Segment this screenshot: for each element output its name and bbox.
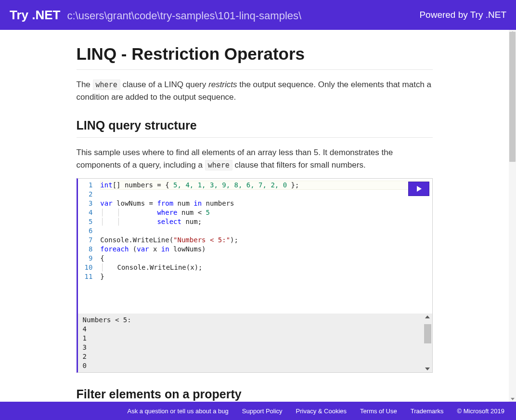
line-number: 6 xyxy=(85,226,93,236)
line-number: 5 xyxy=(85,217,93,226)
text: The xyxy=(77,80,93,89)
txt: [] numbers = { xyxy=(113,181,173,189)
txt: ); xyxy=(230,236,238,244)
txt: x xyxy=(149,245,161,253)
footer-copyright: © Microsoft 2019 xyxy=(457,407,504,415)
scroll-down-icon[interactable] xyxy=(511,398,515,400)
inline-code-where: where xyxy=(93,79,120,90)
page-title: LINQ - Restriction Operators xyxy=(77,44,433,70)
main-scrollbar[interactable] xyxy=(509,30,516,402)
inline-code-where2: where xyxy=(205,160,232,171)
line-number: 9 xyxy=(85,254,93,263)
str: "Numbers < 5:" xyxy=(173,236,230,244)
line-number: 7 xyxy=(85,236,93,245)
num: 5 xyxy=(206,209,210,216)
line-number: 1 xyxy=(85,181,93,190)
output-text: Numbers < 5: 4 1 3 2 0 xyxy=(83,315,427,370)
line-number: 3 xyxy=(85,199,93,208)
txt: } xyxy=(100,273,104,280)
indent: │ │ xyxy=(100,209,132,216)
txt: lowNums) xyxy=(169,245,206,253)
footer-link-terms[interactable]: Terms of Use xyxy=(360,407,397,415)
section-paragraph: This sample uses where to find all eleme… xyxy=(77,146,433,172)
line-number: 2 xyxy=(85,190,93,199)
txt: num xyxy=(173,199,194,207)
scroll-up-icon[interactable] xyxy=(425,315,430,318)
txt: lowNums = xyxy=(113,199,157,207)
txt: }; xyxy=(287,181,299,189)
txt: Console.WriteLine( xyxy=(100,236,173,244)
txt: numbers xyxy=(202,199,234,207)
footer: Ask a question or tell us about a bug Su… xyxy=(0,402,516,420)
code-editor: 1 2 3 4 5 6 7 8 9 10 11 int[] numbers = … xyxy=(77,178,433,373)
footer-link-trademarks[interactable]: Trademarks xyxy=(411,407,444,415)
txt: Console.WriteLine(x); xyxy=(101,263,203,271)
content: LINQ - Restriction Operators The where c… xyxy=(77,44,433,401)
line-number: 8 xyxy=(85,245,93,254)
line-number: 11 xyxy=(85,272,93,281)
powered-by: Powered by Try .NET xyxy=(419,10,506,20)
text: clause that filters for small numbers. xyxy=(232,160,366,170)
scroll-thumb[interactable] xyxy=(424,324,431,343)
intro-paragraph: The where clause of a LINQ query restric… xyxy=(77,79,433,104)
output-scrollbar[interactable] xyxy=(424,315,431,371)
header-left: Try .NET c:\users\grant\code\try-samples… xyxy=(10,8,301,23)
kw: foreach xyxy=(100,245,129,253)
text: clause of a LINQ query xyxy=(120,80,208,89)
txt: ( xyxy=(129,245,137,253)
kw: where xyxy=(157,209,177,216)
kw: int xyxy=(100,181,112,189)
indent: │ │ xyxy=(100,218,132,225)
kw: var xyxy=(137,245,149,253)
section-title-filter: Filter elements on a property xyxy=(77,387,433,401)
line-gutter: 1 2 3 4 5 6 7 8 9 10 11 xyxy=(78,179,97,314)
kw: var xyxy=(100,199,112,207)
scroll-down-icon[interactable] xyxy=(425,368,430,370)
scroll-thumb[interactable] xyxy=(509,32,516,162)
svg-marker-0 xyxy=(417,186,422,192)
section-title-structure: LINQ query structure xyxy=(77,118,433,138)
line-number: 10 xyxy=(85,263,93,272)
em-restricts: restricts xyxy=(208,80,237,89)
code-area[interactable]: int[] numbers = { 5, 4, 1, 3, 9, 8, 6, 7… xyxy=(96,179,432,314)
kw: from xyxy=(157,199,173,207)
txt: num < xyxy=(178,209,206,216)
footer-link-privacy[interactable]: Privacy & Cookies xyxy=(296,407,347,415)
content-scroll[interactable]: LINQ - Restriction Operators The where c… xyxy=(0,30,509,402)
workspace-path: c:\users\grant\code\try-samples\101-linq… xyxy=(67,10,301,22)
nums: 5, 4, 1, 3, 9, 8, 6, 7, 2, 0 xyxy=(173,181,287,189)
app-name: Try .NET xyxy=(10,8,60,23)
kw: select xyxy=(157,218,181,225)
kw: in xyxy=(194,199,202,207)
output-panel: Numbers < 5: 4 1 3 2 0 xyxy=(78,314,432,372)
footer-link-ask[interactable]: Ask a question or tell us about a bug xyxy=(127,407,228,415)
run-button[interactable] xyxy=(408,182,429,196)
play-icon xyxy=(416,186,422,192)
app-header: Try .NET c:\users\grant\code\try-samples… xyxy=(0,0,516,30)
txt: { xyxy=(100,254,104,262)
kw: in xyxy=(161,245,169,253)
line-number: 4 xyxy=(85,208,93,217)
txt: num; xyxy=(181,218,202,225)
footer-link-support[interactable]: Support Policy xyxy=(242,407,283,415)
